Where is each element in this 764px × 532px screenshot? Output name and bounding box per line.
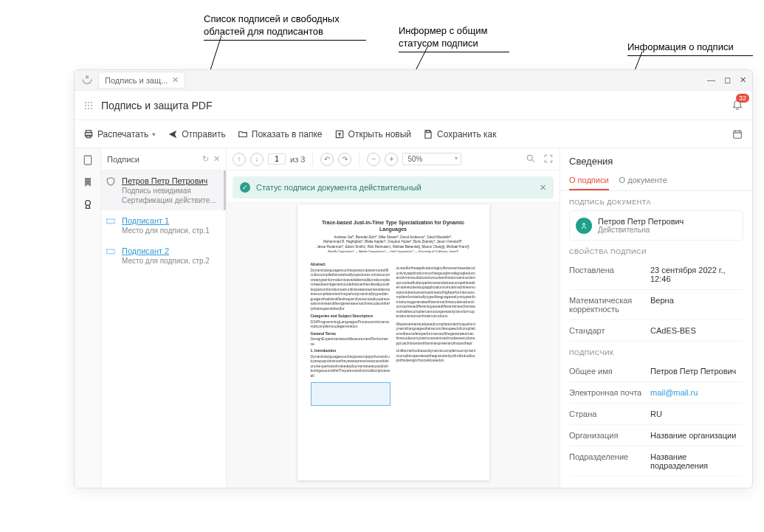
signature-icon[interactable] (82, 198, 94, 210)
page-total: из 3 (290, 155, 305, 164)
signatures-list: Петров Петр Петрович Подпись невидимая С… (101, 170, 226, 488)
signer-status: Действительна (598, 226, 684, 234)
show-in-folder-button[interactable]: Показать в папке (238, 129, 323, 139)
signature-placeholder-item[interactable]: Подписант 2 Место для подписи, стр.2 (101, 241, 226, 271)
details-panel: Сведения О подписи О документе ПОДПИСЬ Д… (560, 148, 752, 488)
calendar-icon[interactable] (732, 128, 743, 140)
titlebar: Подпись и защ... ✕ — ◻ ✕ (75, 70, 752, 91)
close-informer-icon[interactable]: ✕ (540, 183, 546, 193)
svg-rect-18 (734, 131, 742, 138)
page-input[interactable] (268, 153, 286, 165)
signatures-panel: Подписи ↻ ✕ Петров Петр Петрович Подпись… (101, 148, 227, 488)
refresh-icon[interactable]: ↻ (202, 154, 209, 164)
main-area: Подписи ↻ ✕ Петров Петр Петрович Подпись… (75, 148, 752, 488)
bookmark-icon[interactable] (82, 176, 94, 188)
section-label: ПОДПИСЬ ДОКУМЕНТА (560, 191, 752, 210)
toolbar: Распечатать ▾ Отправить Показать в папке… (75, 120, 752, 148)
property-row: СтранаRU (569, 404, 743, 425)
send-button[interactable]: Отправить (168, 129, 226, 139)
annotation-informer: Информер с общим статусом подписи (399, 25, 509, 54)
section-label: ПОДПИСЧИК (560, 342, 752, 361)
svg-rect-17 (427, 130, 430, 132)
property-row: Математическая корректностьВерна (569, 290, 743, 320)
svg-point-11 (88, 107, 89, 108)
tab-label: Подпись и защ... (105, 76, 168, 85)
rotate-right-button[interactable]: ↷ (338, 153, 351, 166)
svg-point-9 (91, 104, 92, 106)
maximize-icon[interactable]: ◻ (724, 75, 731, 85)
page-icon[interactable] (82, 154, 94, 166)
app-window: Подпись и защ... ✕ — ◻ ✕ Подпись и защит… (74, 69, 753, 488)
document-toolbar: ↑ ↓ из 3 ↶ ↷ − + 50% (227, 148, 560, 170)
document-scroll-area[interactable]: Trace-based Just-in-Time Type Specializa… (227, 201, 560, 488)
left-rail (75, 148, 101, 488)
save-as-button[interactable]: Сохранить как (423, 129, 496, 139)
signer-name: Подписант 1 (122, 216, 220, 225)
app-icon (80, 74, 94, 87)
page-title: Подпись и защита PDF (101, 100, 212, 111)
svg-rect-22 (107, 249, 115, 254)
signature-placeholder-item[interactable]: Подписант 1 Место для подписи, стр.1 (101, 210, 226, 241)
email-link[interactable]: mail@mail.ru (650, 388, 743, 397)
panel-close-icon[interactable]: ✕ (213, 154, 220, 164)
pdf-page: Trace-based Just-in-Time Type Specializa… (297, 204, 489, 480)
signatures-panel-title: Подписи (107, 155, 140, 164)
print-button[interactable]: Распечатать ▾ (83, 129, 156, 139)
signature-item[interactable]: Петров Петр Петрович Подпись невидимая С… (101, 170, 226, 210)
sign-field-icon (106, 246, 116, 258)
avatar-icon (576, 218, 592, 234)
document-view: ↑ ↓ из 3 ↶ ↷ − + 50% (227, 148, 560, 488)
next-page-button[interactable]: ↓ (250, 153, 264, 166)
subscriber-properties: Общее имяПетров Петр Петрович Электронна… (560, 361, 752, 477)
chevron-down-icon: ▾ (152, 131, 156, 138)
signature-properties: Поставлена23 сентября 2022 г., 12:46 Мат… (560, 260, 752, 342)
property-row: Общее имяПетров Петр Петрович (569, 361, 743, 382)
svg-point-7 (85, 104, 86, 106)
open-new-button[interactable]: Открыть новый (334, 129, 411, 139)
property-row: СтандартCAdES-BES (569, 320, 743, 342)
status-text: Статус подписи документа действительный (256, 183, 421, 192)
minimize-icon[interactable]: — (707, 75, 715, 85)
signer-name: Петров Петр Петрович (122, 176, 218, 185)
property-row: ПодразделениеНазвание подразделения (569, 446, 743, 477)
svg-point-12 (91, 107, 92, 108)
svg-point-5 (88, 101, 89, 103)
details-tabs: О подписи О документе (560, 171, 752, 191)
signature-status-informer: ✓ Статус подписи документа действительны… (233, 176, 554, 198)
window-controls: — ◻ ✕ (707, 75, 746, 85)
apps-grid-icon[interactable] (83, 100, 94, 111)
tab-about-signature[interactable]: О подписи (569, 171, 609, 190)
document-tab[interactable]: Подпись и защ... ✕ (98, 72, 185, 89)
signer-name: Петров Петр Петрович (598, 217, 684, 226)
close-tab-icon[interactable]: ✕ (172, 75, 179, 85)
section-label: СВОЙСТВА ПОДПИСИ (560, 241, 752, 260)
svg-point-20 (85, 201, 90, 206)
zoom-in-button[interactable]: + (385, 153, 398, 166)
notification-badge: 32 (736, 94, 749, 103)
signatures-panel-header: Подписи ↻ ✕ (101, 148, 226, 170)
zoom-out-button[interactable]: − (367, 153, 380, 166)
fullscreen-icon[interactable] (543, 153, 554, 165)
svg-rect-15 (86, 135, 91, 138)
tab-about-document[interactable]: О документе (619, 171, 667, 190)
rotate-left-button[interactable]: ↶ (320, 153, 334, 166)
notifications-button[interactable]: 32 (732, 98, 743, 113)
annotation-signatures-list: Список подписей и свободных областей для… (204, 13, 366, 42)
prev-page-button[interactable]: ↑ (233, 153, 246, 166)
close-icon[interactable]: ✕ (740, 75, 746, 85)
check-icon: ✓ (240, 182, 250, 193)
search-icon[interactable] (526, 153, 536, 165)
svg-point-3 (86, 76, 89, 78)
document-signature-card[interactable]: Петров Петр Петрович Действительна (569, 210, 743, 241)
sign-field-icon (106, 216, 116, 228)
send-icon (168, 129, 178, 139)
annotation-signature-info: Информация о подписи (627, 41, 753, 58)
property-row: Электронная почтаmail@mail.ru (569, 382, 743, 404)
zoom-select[interactable]: 50% (402, 153, 461, 165)
folder-icon (238, 129, 248, 139)
svg-point-6 (91, 101, 92, 103)
svg-point-4 (85, 101, 86, 103)
svg-rect-19 (84, 156, 91, 165)
svg-point-23 (527, 155, 532, 160)
details-title: Сведения (560, 148, 752, 171)
